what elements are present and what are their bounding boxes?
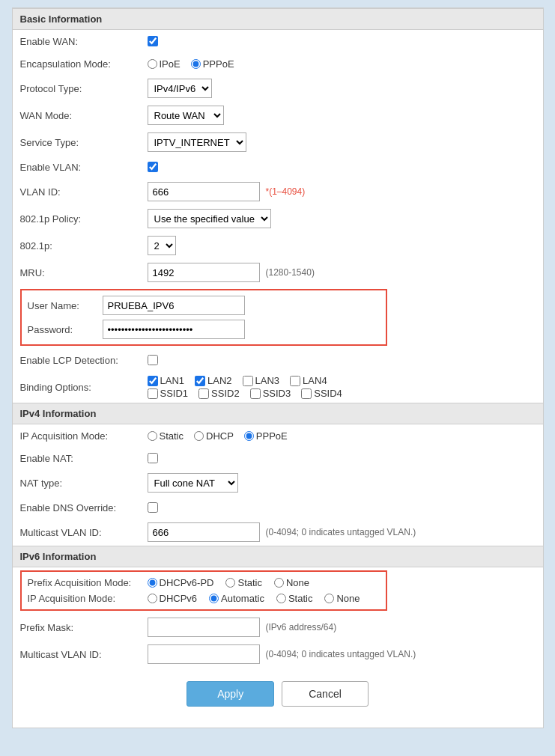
ipv6-none-radio[interactable] xyxy=(324,594,334,603)
prefix-static-radio[interactable] xyxy=(225,578,235,588)
username-input[interactable] xyxy=(103,296,245,315)
buttons-row: Apply Cancel xyxy=(13,668,543,713)
policy-8021p-select[interactable]: Use the specified value Use default valu… xyxy=(148,209,271,228)
vlan-id-hint: *(1–4094) xyxy=(266,186,306,197)
wan-mode-label: WAN Mode: xyxy=(20,110,148,121)
prefix-mask-input[interactable] xyxy=(148,618,260,637)
prefix-acq-mode-label: Prefix Acquisition Mode: xyxy=(28,577,148,588)
val-8021p-label: 802.1p: xyxy=(20,240,148,252)
ipv6-none-text: None xyxy=(336,593,360,604)
ip-acq-mode-control: Static DHCP PPPoE xyxy=(148,430,536,442)
binding-ssid-row: SSID1 SSID2 SSID3 SSID4 xyxy=(148,388,348,399)
wan-mode-row: WAN Mode: Route WAN Bridge WAN xyxy=(13,102,543,129)
val-8021p-select[interactable]: 012 34567 xyxy=(148,236,176,255)
multicast-vlan-ipv6-label: Multicast VLAN ID: xyxy=(20,649,148,660)
nat-type-control: Full cone NAT Symmetric NAT xyxy=(148,473,536,493)
enable-dns-control xyxy=(148,502,536,513)
ssid2-label: SSID2 xyxy=(198,388,240,399)
multicast-vlan-row: Multicast VLAN ID: (0-4094; 0 indicates … xyxy=(13,519,543,546)
ipv6-ip-acq-mode-control: DHCPv6 Automatic Static None xyxy=(148,593,368,604)
ip-static-text: Static xyxy=(160,430,184,442)
ip-pppoe-radio[interactable] xyxy=(244,431,254,441)
ipv4-info-header: IPv4 Information xyxy=(13,403,543,424)
protocol-type-select[interactable]: IPv4/IPv6 IPv4 IPv6 xyxy=(148,79,212,98)
password-label: Password: xyxy=(28,324,103,335)
enable-vlan-checkbox[interactable] xyxy=(148,162,158,172)
lan4-text: LAN4 xyxy=(303,375,327,386)
mru-hint: (1280-1540) xyxy=(266,267,315,278)
ipv6-static-text: Static xyxy=(288,593,313,604)
ipv6-none-label: None xyxy=(324,593,360,604)
mru-input[interactable] xyxy=(148,263,260,282)
multicast-vlan-input[interactable] xyxy=(148,522,260,542)
lan4-checkbox[interactable] xyxy=(290,376,300,386)
ipv6-dhcpv6-text: DHCPv6 xyxy=(160,593,198,604)
lan1-checkbox[interactable] xyxy=(148,376,158,386)
ip-static-label: Static xyxy=(148,430,184,442)
policy-8021p-row: 802.1p Policy: Use the specified value U… xyxy=(13,205,543,232)
lan2-text: LAN2 xyxy=(207,375,232,386)
encapsulation-control: IPoE PPPoE xyxy=(148,58,536,70)
prefix-acq-mode-control: DHCPv6-PD Static None xyxy=(148,577,318,588)
lan1-text: LAN1 xyxy=(160,375,185,386)
ssid2-checkbox[interactable] xyxy=(198,388,209,399)
multicast-vlan-ipv6-input[interactable] xyxy=(148,644,260,664)
prefix-mask-hint: (IPv6 address/64) xyxy=(266,622,337,632)
ssid1-label: SSID1 xyxy=(148,388,189,399)
service-type-control: IPTV_INTERNET INTERNET IPTV xyxy=(148,132,536,152)
ssid3-text: SSID3 xyxy=(263,388,291,399)
wan-mode-select[interactable]: Route WAN Bridge WAN xyxy=(148,106,224,125)
vlan-id-input[interactable] xyxy=(148,182,260,201)
enable-dns-checkbox[interactable] xyxy=(148,502,158,513)
enable-nat-checkbox[interactable] xyxy=(148,453,158,463)
enable-lcp-checkbox[interactable] xyxy=(148,355,158,365)
pppoe-text: PPPoE xyxy=(203,58,234,70)
enable-dns-row: Enable DNS Override: xyxy=(13,496,543,519)
ipv6-dhcpv6-label: DHCPv6 xyxy=(148,593,198,604)
enable-wan-checkbox[interactable] xyxy=(148,36,158,46)
cancel-button[interactable]: Cancel xyxy=(282,681,369,707)
enable-lcp-label: Enable LCP Detection: xyxy=(20,355,148,366)
prefix-mask-control: (IPv6 address/64) xyxy=(148,618,536,637)
ipv6-automatic-radio[interactable] xyxy=(209,594,219,603)
protocol-type-control: IPv4/IPv6 IPv4 IPv6 xyxy=(148,79,536,98)
protocol-type-label: Protocol Type: xyxy=(20,83,148,94)
prefix-dhcpv6pd-radio[interactable] xyxy=(148,578,157,588)
mru-row: MRU: (1280-1540) xyxy=(13,259,543,286)
ssid4-checkbox[interactable] xyxy=(301,388,312,399)
pppoe-radio[interactable] xyxy=(191,59,201,69)
prefix-none-radio[interactable] xyxy=(274,578,284,588)
nat-type-label: NAT type: xyxy=(20,478,148,489)
prefix-mask-row: Prefix Mask: (IPv6 address/64) xyxy=(13,614,543,641)
prefix-none-label: None xyxy=(274,577,309,588)
nat-type-select[interactable]: Full cone NAT Symmetric NAT xyxy=(148,473,238,493)
apply-button[interactable]: Apply xyxy=(186,681,274,707)
lan2-checkbox[interactable] xyxy=(195,376,205,386)
multicast-vlan-ipv6-row: Multicast VLAN ID: (0-4094; 0 indicates … xyxy=(13,641,543,668)
service-type-select[interactable]: IPTV_INTERNET INTERNET IPTV xyxy=(148,132,246,152)
enable-dns-label: Enable DNS Override: xyxy=(20,502,148,513)
ipv6-static-radio[interactable] xyxy=(276,594,286,603)
lan3-checkbox[interactable] xyxy=(243,376,253,386)
vlan-id-control: *(1–4094) xyxy=(148,182,536,201)
password-row: Password: xyxy=(28,317,380,341)
multicast-vlan-control: (0-4094; 0 indicates untagged VLAN.) xyxy=(148,522,536,542)
enable-nat-label: Enable NAT: xyxy=(20,453,148,464)
multicast-vlan-ipv6-control: (0-4094; 0 indicates untagged VLAN.) xyxy=(148,644,536,664)
ssid1-checkbox[interactable] xyxy=(148,388,158,399)
binding-options-row: Binding Options: LAN1 LAN2 LAN3 xyxy=(13,371,543,403)
ssid3-checkbox[interactable] xyxy=(250,388,261,399)
password-input[interactable] xyxy=(103,320,245,339)
ip-static-radio[interactable] xyxy=(148,431,157,441)
lan3-text: LAN3 xyxy=(255,375,280,386)
prefix-none-text: None xyxy=(286,577,309,588)
ssid1-text: SSID1 xyxy=(160,388,189,399)
ip-dhcp-radio[interactable] xyxy=(194,431,204,441)
ipoe-radio[interactable] xyxy=(148,59,157,69)
ipoe-text: IPoE xyxy=(160,58,181,70)
pppoe-label: PPPoE xyxy=(191,58,234,70)
lan2-label: LAN2 xyxy=(195,375,232,386)
ipv6-dhcpv6-radio[interactable] xyxy=(148,594,157,603)
ip-pppoe-label: PPPoE xyxy=(244,430,288,442)
ip-acq-mode-row: IP Acquisition Mode: Static DHCP PPPoE xyxy=(13,424,543,447)
